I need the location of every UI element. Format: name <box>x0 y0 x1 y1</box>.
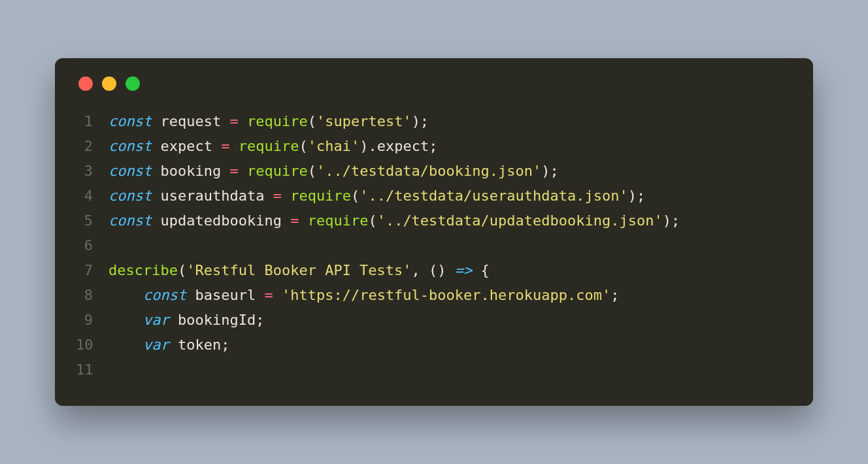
line-content: const request = require('supertest'); <box>108 109 429 134</box>
line-content: const booking = require('../testdata/boo… <box>108 159 559 184</box>
token-punct <box>108 312 143 328</box>
code-line: 10 var token; <box>76 333 792 357</box>
token-punct <box>229 138 238 154</box>
token-func: require <box>247 163 308 179</box>
line-content: const baseurl = 'https://restful-booker.… <box>108 283 620 308</box>
token-punct <box>221 113 229 129</box>
token-punct: ); <box>541 163 559 179</box>
code-line: 8 const baseurl = 'https://restful-booke… <box>76 283 792 308</box>
line-number: 2 <box>76 134 108 159</box>
token-punct: ; <box>610 287 619 303</box>
line-content: const expect = require('chai').expect; <box>108 134 437 159</box>
token-kw: var <box>143 312 169 328</box>
token-punct: ; <box>256 312 264 328</box>
token-punct <box>108 337 143 353</box>
code-line: 7describe('Restful Booker API Tests', ()… <box>76 258 792 283</box>
token-ident: bookingId <box>178 312 256 328</box>
token-punct <box>221 163 229 179</box>
line-number: 10 <box>76 333 108 357</box>
token-punct <box>273 287 282 303</box>
token-str: 'chai' <box>308 138 359 154</box>
token-op: = <box>273 188 282 204</box>
token-ident: updatedbooking <box>160 212 281 229</box>
token-punct <box>256 287 264 303</box>
token-punct <box>152 163 160 179</box>
token-str: 'Restful Booker API Tests' <box>186 262 411 278</box>
token-punct: ( <box>299 138 307 154</box>
code-line: 3const booking = require('../testdata/bo… <box>76 159 792 184</box>
token-punct: ); <box>663 212 680 229</box>
token-punct: ). <box>359 138 377 154</box>
token-ident: userauthdata <box>160 188 264 204</box>
token-op: = <box>264 287 273 303</box>
token-func: require <box>247 113 308 129</box>
token-punct <box>239 163 247 179</box>
token-ident: booking <box>160 163 221 179</box>
token-punct: { <box>472 262 490 278</box>
token-punct: ( <box>368 212 376 229</box>
line-number: 6 <box>76 233 108 258</box>
line-number: 1 <box>76 109 108 134</box>
line-content: var bookingId; <box>108 308 264 333</box>
minimize-icon[interactable] <box>102 76 116 91</box>
token-punct <box>282 188 290 204</box>
line-content <box>108 233 117 258</box>
token-str: 'supertest' <box>316 113 412 129</box>
code-window: 1const request = require('supertest');2c… <box>55 58 813 406</box>
token-ident: expect <box>160 138 212 154</box>
token-punct <box>299 212 307 229</box>
token-kw: const <box>108 212 152 229</box>
line-number: 4 <box>76 184 108 208</box>
code-line: 4const userauthdata = require('../testda… <box>76 184 792 208</box>
token-punct <box>169 337 178 353</box>
line-content: const userauthdata = require('../testdat… <box>108 184 645 208</box>
code-line: 6 <box>76 233 792 258</box>
token-punct <box>282 212 290 229</box>
token-kw: const <box>108 113 152 129</box>
token-punct: ( <box>351 188 359 204</box>
token-op: = <box>290 212 299 229</box>
line-number: 5 <box>76 208 108 233</box>
token-func: require <box>308 212 369 229</box>
token-punct: ); <box>628 188 646 204</box>
token-kw: const <box>108 138 152 154</box>
token-op: = <box>229 113 238 129</box>
maximize-icon[interactable] <box>125 76 140 91</box>
token-punct <box>152 188 160 204</box>
code-line: 11 <box>76 357 792 382</box>
token-ident: baseurl <box>195 287 256 303</box>
token-kw: const <box>108 188 152 204</box>
token-kw: var <box>143 337 169 353</box>
code-line: 9 var bookingId; <box>76 308 792 333</box>
token-punct <box>264 188 273 204</box>
close-icon[interactable] <box>78 76 93 91</box>
token-kw: const <box>108 163 152 179</box>
token-punct: ); <box>412 113 429 129</box>
token-func: require <box>290 188 351 204</box>
token-punct <box>108 287 143 303</box>
code-editor[interactable]: 1const request = require('supertest');2c… <box>76 109 792 382</box>
code-line: 2const expect = require('chai').expect; <box>76 134 792 159</box>
line-number: 7 <box>76 258 108 283</box>
token-punct: ( <box>178 262 186 278</box>
code-line: 1const request = require('supertest'); <box>76 109 792 134</box>
token-op: = <box>221 138 229 154</box>
line-number: 9 <box>76 308 108 333</box>
token-ident: expect <box>377 138 429 154</box>
token-func: require <box>239 138 299 154</box>
token-punct <box>239 113 247 129</box>
token-ident: request <box>160 113 221 129</box>
line-content: var token; <box>108 333 229 357</box>
token-arrow: => <box>455 262 473 278</box>
token-str: 'https://restful-booker.herokuapp.com' <box>282 287 610 303</box>
token-punct <box>186 287 195 303</box>
token-punct: , () <box>412 262 455 278</box>
titlebar <box>76 76 792 91</box>
token-str: '../testdata/updatedbooking.json' <box>377 212 663 229</box>
code-line: 5const updatedbooking = require('../test… <box>76 208 792 233</box>
token-op: = <box>229 163 238 179</box>
token-str: '../testdata/booking.json' <box>316 163 541 179</box>
line-number: 11 <box>76 357 108 382</box>
token-punct <box>212 138 221 154</box>
token-kw: const <box>143 287 186 303</box>
